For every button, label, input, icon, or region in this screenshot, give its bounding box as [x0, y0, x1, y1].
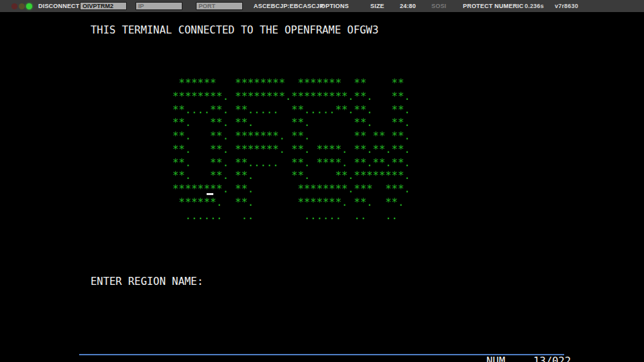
toolbar: DISCONNECT ASCEBCJP:EBCASCJP OPTIONS SIZ… [0, 0, 644, 12]
terminal-emulator-window: DISCONNECT ASCEBCJP:EBCASCJP OPTIONS SIZ… [0, 0, 644, 362]
ip-input[interactable] [136, 2, 182, 10]
num-lock-indicator: NUM [486, 355, 505, 362]
terminal-name-input[interactable] [80, 2, 127, 10]
status-light-red-icon [11, 3, 17, 9]
text-cursor [207, 193, 213, 195]
status-light-green-icon [26, 3, 32, 9]
encoding-toggle-button[interactable]: ASCEBCJP:EBCASCJP [254, 0, 323, 12]
ofgw-ascii-banner: ****** ******** ******* ** ** ********. … [172, 77, 411, 223]
size-label: SIZE [370, 0, 384, 12]
region-name-prompt: ENTER REGION NAME: [91, 276, 203, 289]
port-input[interactable] [196, 2, 243, 10]
version-label: v7r8630 [555, 0, 578, 12]
sosi-toggle: SOSI [431, 0, 446, 12]
cursor-position-indicator: 13/022 [533, 355, 571, 362]
size-value: 24:80 [400, 0, 416, 12]
options-menu-button[interactable]: OPTIONS [321, 0, 349, 12]
terminal-screen[interactable]: THIS TERMINAL CONNECTED TO THE OPENFRAME… [0, 12, 644, 362]
terminal-header-line: THIS TERMINAL CONNECTED TO THE OPENFRAME… [91, 24, 378, 38]
disconnect-button[interactable]: DISCONNECT [38, 0, 80, 12]
response-time-value: 0.236s [525, 0, 544, 12]
protect-numeric-toggle[interactable]: PROTECT NUMERIC [463, 0, 524, 12]
status-light-yellow-icon [19, 3, 25, 9]
